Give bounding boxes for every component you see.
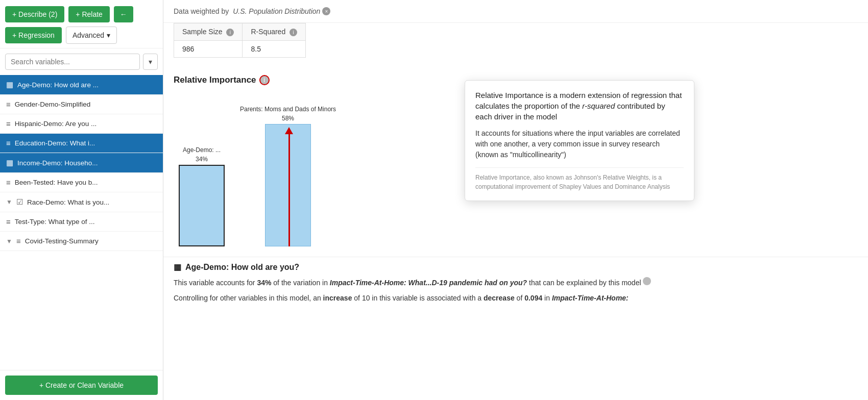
filter-dropdown-button[interactable]: ▾	[143, 54, 158, 70]
toolbar-row2: + Regression Advanced ▾	[5, 27, 158, 44]
list-icon: ≡	[6, 217, 11, 226]
stats-table: Sample Size i R-Squared i 986 8.5	[174, 23, 306, 58]
analysis-title-text: Age-Demo: How old are you?	[185, 263, 299, 272]
sidebar: + Describe (2) + Relate ← + Regression A…	[0, 0, 163, 400]
search-input[interactable]	[5, 54, 140, 70]
advanced-chevron-icon: ▾	[107, 31, 110, 39]
tooltip-title: Relative Importance is a modern extensio…	[475, 90, 684, 122]
bar-chart-icon: ▦	[6, 80, 13, 89]
info-dot-icon[interactable]	[643, 277, 651, 285]
stats-row: Sample Size i R-Squared i 986 8.5	[163, 23, 868, 58]
list-item[interactable]: ▼ ☑ Race-Demo: What is you...	[0, 192, 163, 212]
arrow-indicator	[285, 127, 293, 246]
create-variable-button[interactable]: + Create or Clean Variable	[5, 376, 158, 395]
analysis-body-1: This variable accounts for 34% of the va…	[174, 277, 858, 288]
list-icon: ≡	[16, 237, 21, 245]
bar-age	[179, 165, 225, 246]
tooltip-popup: Relative Importance is a modern extensio…	[465, 80, 694, 201]
bar-chart-icon: ▦	[6, 158, 13, 167]
sample-size-info-icon[interactable]: i	[226, 29, 234, 36]
analysis-section: ▦ Age-Demo: How old are you? This variab…	[163, 257, 868, 318]
main-header: Data weighted by U.S. Population Distrib…	[163, 0, 868, 23]
weighted-text: Data weighted by	[174, 7, 229, 15]
variable-label: Race-Demo: What is you...	[27, 198, 157, 206]
tooltip-footer: Relative Importance, also known as Johns…	[475, 167, 684, 191]
r-squared-header: R-Squared i	[243, 23, 306, 41]
bar-label-age: Age-Demo: ...	[183, 146, 221, 154]
r-squared-info-icon[interactable]: i	[290, 29, 297, 36]
sample-size-header: Sample Size i	[174, 23, 243, 41]
variable-label: Covid-Testing-Summary	[25, 237, 157, 245]
bar-group-age: Age-Demo: ... 34%	[179, 146, 225, 246]
describe-button[interactable]: + Describe (2)	[5, 6, 64, 22]
variable-label: Income-Demo: Househo...	[17, 159, 157, 167]
sidebar-toolbar: + Describe (2) + Relate ← + Regression A…	[0, 0, 163, 48]
list-item[interactable]: ≡ Education-Demo: What i...	[0, 134, 163, 153]
sample-size-value: 986	[174, 41, 243, 58]
arrow-head-icon	[285, 127, 293, 134]
weighted-badge: U.S. Population Distribution ×	[233, 7, 330, 15]
weighted-label: U.S. Population Distribution	[233, 7, 320, 15]
back-button[interactable]: ←	[114, 6, 133, 22]
bar-label-parents: Parents: Moms and Dads of Minors	[240, 106, 336, 113]
advanced-button[interactable]: Advanced ▾	[66, 27, 117, 44]
list-icon: ≡	[6, 139, 11, 147]
expand-icon: ▼	[6, 238, 12, 245]
variable-label: Age-Demo: How old are ...	[17, 81, 157, 89]
main-content: Data weighted by U.S. Population Distrib…	[163, 0, 868, 400]
list-item[interactable]: ≡ Test-Type: What type of ...	[0, 212, 163, 232]
toolbar-row1: + Describe (2) + Relate ←	[5, 6, 158, 22]
list-item[interactable]: ▦ Age-Demo: How old are ...	[0, 75, 163, 95]
r-squared-value: 8.5	[243, 41, 306, 58]
bar-pct-age: 34%	[196, 156, 208, 163]
bar-pct-parents: 58%	[282, 115, 294, 122]
tooltip-body: It accounts for situations where the inp…	[475, 128, 684, 160]
search-row: ▾	[0, 48, 163, 75]
variable-label: Hispanic-Demo: Are you ...	[15, 120, 157, 128]
analysis-title: ▦ Age-Demo: How old are you?	[174, 262, 858, 272]
expand-icon: ▼	[6, 198, 12, 206]
weighted-close-button[interactable]: ×	[322, 7, 330, 15]
list-item[interactable]: ▼ ≡ Covid-Testing-Summary	[0, 232, 163, 251]
variable-label: Education-Demo: What i...	[15, 139, 157, 147]
variable-label: Been-Tested: Have you b...	[15, 179, 157, 186]
analysis-body-2: Controlling for other variables in this …	[174, 292, 858, 304]
checkbox-icon: ☑	[16, 197, 23, 207]
sidebar-footer: + Create or Clean Variable	[0, 370, 163, 400]
list-item[interactable]: ≡ Gender-Demo-Simplified	[0, 95, 163, 114]
list-item[interactable]: ≡ Hispanic-Demo: Are you ...	[0, 114, 163, 134]
relative-importance-info-button[interactable]: i	[259, 75, 270, 85]
list-icon: ≡	[6, 100, 11, 109]
relate-button[interactable]: + Relate	[68, 6, 110, 22]
list-item[interactable]: ≡ Been-Tested: Have you b...	[0, 173, 163, 192]
list-icon: ≡	[6, 119, 11, 128]
advanced-label: Advanced	[73, 31, 104, 39]
table-row: 986 8.5	[174, 41, 306, 58]
list-icon: ≡	[6, 178, 11, 187]
list-item[interactable]: ▦ Income-Demo: Househo...	[0, 153, 163, 173]
bar-chart-section-icon: ▦	[174, 262, 181, 272]
variable-list: ▦ Age-Demo: How old are ... ≡ Gender-Dem…	[0, 75, 163, 370]
chart-section: Relative Importance i Age-Demo: ... 34% …	[163, 65, 868, 257]
arrow-line	[288, 134, 290, 246]
regression-button[interactable]: + Regression	[5, 27, 62, 43]
variable-label: Gender-Demo-Simplified	[15, 101, 157, 108]
chart-title: Relative Importance	[174, 75, 256, 85]
variable-label: Test-Type: What type of ...	[15, 218, 157, 226]
